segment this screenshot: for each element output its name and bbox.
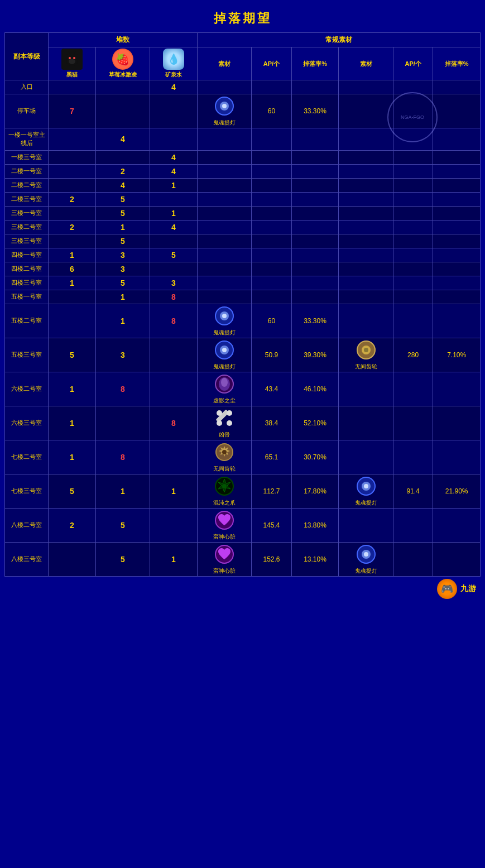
water-count: 1	[150, 178, 198, 192]
material2-cell	[339, 304, 393, 338]
material1-cell	[197, 248, 252, 262]
ap1-cell	[252, 220, 292, 234]
mat1-label: 鬼魂提灯	[213, 119, 236, 127]
drop1-cell: 30.70%	[291, 440, 339, 474]
drop2-cell	[433, 248, 481, 262]
mat1-label: 凶骨	[219, 431, 230, 439]
blackcat-count	[49, 128, 96, 151]
strawberry-label: 草莓冰激凌	[109, 71, 137, 79]
ap2-cell	[393, 276, 433, 290]
level-cell: 八楼三号室	[5, 542, 49, 576]
material2-cell: 鬼魂提灯	[339, 542, 393, 576]
ap2-cell	[393, 372, 433, 406]
ap2-cell	[393, 178, 433, 192]
watermark: NGA-FGO	[387, 92, 438, 142]
ap2-cell	[393, 262, 433, 276]
drop1-cell: 13.80%	[291, 508, 339, 542]
water-count	[150, 192, 198, 206]
mat1-label: 蛮神心脏	[213, 533, 236, 541]
header-strawberry: 🍓 草莓冰激凌	[95, 47, 150, 80]
drop2-cell	[433, 262, 481, 276]
svg-point-25	[227, 410, 232, 416]
ap2-cell	[393, 248, 433, 262]
drop2-cell	[433, 440, 481, 474]
header-drop2: 掉落率%	[433, 47, 481, 80]
drop2-cell: 21.90%	[433, 474, 481, 508]
drop2-cell	[433, 508, 481, 542]
material1-cell: 凶骨	[197, 406, 252, 440]
mat1-icon	[214, 373, 235, 396]
header-mat2: 素材	[339, 47, 393, 80]
material2-cell	[339, 192, 393, 206]
svg-marker-4	[74, 51, 77, 55]
ap1-cell	[252, 128, 292, 151]
blackcat-count: 6	[49, 262, 96, 276]
water-count: 1	[150, 542, 198, 576]
material1-cell	[197, 178, 252, 192]
drop2-cell	[433, 220, 481, 234]
strawberry-count: 5	[95, 192, 150, 206]
material1-cell	[197, 234, 252, 248]
table-row: 八楼二号室25 蛮神心脏 145.413.80%	[5, 508, 481, 542]
table-row: 六楼三号室18 凶骨 38.452.10%	[5, 406, 481, 440]
blackcat-count	[49, 178, 96, 192]
table-row: 四楼一号室135	[5, 248, 481, 262]
material1-cell	[197, 192, 252, 206]
strawberry-icon: 🍓	[112, 49, 133, 70]
strawberry-count: 1	[95, 474, 150, 508]
material1-cell	[197, 164, 252, 178]
material1-cell	[197, 220, 252, 234]
blackcat-count	[49, 80, 96, 94]
strawberry-count	[95, 150, 150, 164]
material1-cell	[197, 150, 252, 164]
drop2-cell	[433, 128, 481, 151]
drop1-cell: 17.80%	[291, 474, 339, 508]
material2-cell	[339, 508, 393, 542]
level-cell: 六楼二号室	[5, 372, 49, 406]
water-count	[150, 94, 198, 128]
ap1-cell: 50.9	[252, 338, 292, 372]
ap2-cell	[393, 164, 433, 178]
table-row: 六楼二号室18 虚影之尘 43.446.10%	[5, 372, 481, 406]
strawberry-count: 2	[95, 164, 150, 178]
blackcat-count: 5	[49, 338, 96, 372]
drop2-cell	[433, 150, 481, 164]
drop1-cell	[291, 290, 339, 304]
ap2-cell	[393, 304, 433, 338]
material1-cell: 鬼魂提灯	[197, 94, 252, 128]
level-cell: 七楼三号室	[5, 474, 49, 508]
level-cell: 入口	[5, 80, 49, 94]
svg-point-5	[69, 57, 71, 59]
ap2-cell	[393, 220, 433, 234]
strawberry-count: 5	[95, 234, 150, 248]
drop2-cell	[433, 542, 481, 576]
svg-point-34	[364, 484, 368, 488]
water-count: 8	[150, 290, 198, 304]
mat1-icon	[214, 544, 235, 567]
svg-point-10	[222, 104, 227, 108]
ap1-cell: 145.4	[252, 508, 292, 542]
mat1-label: 鬼魂提灯	[213, 363, 236, 371]
strawberry-count: 4	[95, 178, 150, 192]
material1-cell	[197, 262, 252, 276]
drop1-cell	[291, 128, 339, 151]
level-cell: 一楼一号室主线后	[5, 128, 49, 151]
material2-cell: 鬼魂提灯	[339, 474, 393, 508]
water-count: 8	[150, 406, 198, 440]
ap1-cell	[252, 248, 292, 262]
mat1-label: 无间齿轮	[213, 465, 236, 473]
strawberry-count: 8	[95, 440, 150, 474]
table-row: 三楼二号室214	[5, 220, 481, 234]
mat1-icon	[214, 476, 235, 498]
ap2-cell: 280	[393, 338, 433, 372]
material2-cell	[339, 440, 393, 474]
ap1-cell	[252, 150, 292, 164]
ap2-cell	[393, 290, 433, 304]
drop2-cell	[433, 178, 481, 192]
blackcat-count: 2	[49, 508, 96, 542]
water-label: 矿泉水	[165, 71, 182, 79]
header-stack: 堆数	[49, 33, 198, 47]
level-cell: 四楼三号室	[5, 276, 49, 290]
drop2-cell	[433, 290, 481, 304]
mat2-label: 鬼魂提灯	[355, 499, 377, 507]
